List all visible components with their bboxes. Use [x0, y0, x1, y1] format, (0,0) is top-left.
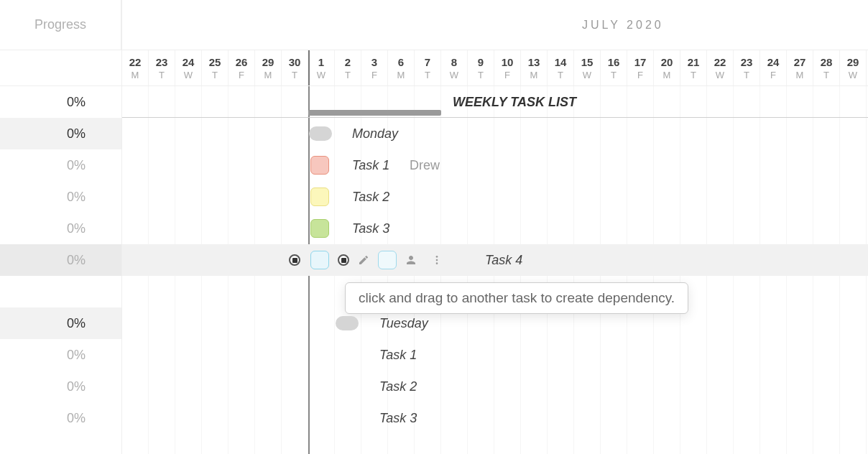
day-header[interactable]: 25T	[202, 50, 228, 85]
svg-point-1	[436, 259, 438, 261]
gantt-app: Progress 0% 0% 0% 0% 0% 0% 0% 0% 0% 0% J…	[0, 0, 868, 454]
project-title: WEEKLY TASK LIST	[453, 95, 576, 110]
day-header[interactable]: 28T	[813, 50, 840, 85]
edit-button[interactable]	[352, 249, 375, 272]
task-bar-monday[interactable]	[309, 126, 332, 141]
day-letter: W	[583, 70, 591, 80]
day-header[interactable]: 26F	[228, 50, 255, 85]
day-number: 8	[451, 56, 457, 68]
day-letter: F	[637, 70, 643, 80]
day-header[interactable]: 17F	[627, 50, 654, 85]
task-bar-t2task1[interactable]	[338, 346, 356, 364]
progress-cell: 0%	[0, 181, 121, 213]
day-number: 27	[794, 56, 806, 68]
day-header[interactable]: 10F	[494, 50, 521, 85]
day-header[interactable]: 29W	[840, 50, 867, 85]
day-number: 29	[847, 56, 859, 68]
day-header[interactable]: 22M	[122, 50, 149, 85]
day-header[interactable]: 13M	[521, 50, 548, 85]
day-number: 22	[714, 56, 726, 68]
month-header: JULY 2020	[122, 0, 868, 50]
day-letter: F	[239, 70, 244, 80]
day-letter: T	[611, 70, 617, 80]
day-header[interactable]: 2T	[335, 50, 361, 85]
row-monday: Monday	[122, 118, 868, 149]
progress-cell-spacer	[0, 276, 121, 307]
day-header[interactable]: 22W	[707, 50, 734, 85]
day-letter: T	[425, 70, 430, 80]
day-header[interactable]: 23T	[149, 50, 175, 85]
svg-point-2	[436, 262, 438, 264]
assignee-label: Drew	[410, 158, 440, 173]
day-header[interactable]: 9T	[468, 50, 494, 85]
progress-cell: 0%	[0, 307, 121, 339]
day-header[interactable]: 24W	[175, 50, 202, 85]
task-label: Task 2	[352, 190, 389, 205]
progress-cell: 0%	[0, 339, 121, 371]
day-letter: T	[212, 70, 218, 80]
progress-column: Progress 0% 0% 0% 0% 0% 0% 0% 0% 0% 0%	[0, 0, 122, 454]
day-number: 24	[183, 56, 195, 68]
day-header[interactable]: 1W	[308, 50, 335, 85]
day-number: 15	[581, 56, 594, 68]
task-label: Task 3	[379, 411, 417, 426]
task-bar-task4[interactable]	[310, 251, 329, 269]
day-number: 21	[688, 56, 700, 68]
day-number: 26	[236, 56, 248, 68]
task-bar-task2[interactable]	[310, 187, 329, 206]
day-header[interactable]: 20M	[654, 50, 680, 85]
day-header[interactable]: 29M	[255, 50, 282, 85]
progress-cell: 0%	[0, 244, 121, 276]
day-header[interactable]: 16T	[601, 50, 627, 85]
color-button[interactable]	[378, 251, 397, 269]
day-number: 17	[634, 56, 647, 68]
more-button[interactable]	[425, 249, 448, 272]
day-header[interactable]: 15W	[574, 50, 601, 85]
day-number: 25	[209, 56, 221, 68]
task-bar-t2task2[interactable]	[338, 377, 356, 396]
day-header[interactable]: 21T	[680, 50, 707, 85]
day-header[interactable]: 27M	[787, 50, 813, 85]
day-letter: M	[397, 70, 405, 80]
day-header[interactable]: 6M	[388, 50, 415, 85]
day-header[interactable]: 14T	[548, 50, 574, 85]
day-letter: T	[478, 70, 484, 80]
day-number: 9	[478, 56, 484, 68]
day-letter: M	[663, 70, 671, 80]
task-bar-t2task3[interactable]	[338, 409, 356, 427]
day-number: 20	[661, 56, 673, 68]
day-header[interactable]: 30T	[282, 50, 308, 85]
day-letter: T	[691, 70, 696, 80]
day-header[interactable]: 8W	[441, 50, 468, 85]
row-t2task1: Task 1	[122, 339, 868, 371]
group-label-monday: Monday	[352, 126, 398, 142]
progress-cell: 0%	[0, 371, 121, 402]
day-letter: T	[345, 70, 351, 80]
dependency-handle-left[interactable]	[289, 254, 300, 266]
summary-bar[interactable]	[308, 110, 441, 116]
task-bar-task1[interactable]	[310, 156, 329, 175]
gantt-grid[interactable]: WEEKLY TASK LIST Monday Task 1 Drew Task…	[122, 86, 868, 454]
day-letter: W	[317, 70, 326, 80]
task-bar-task3[interactable]	[310, 219, 329, 238]
day-letter: T	[292, 70, 297, 80]
day-number: 23	[741, 56, 753, 68]
day-header[interactable]: 24F	[760, 50, 787, 85]
day-header[interactable]: 7T	[415, 50, 441, 85]
dependency-handle-right[interactable]	[338, 254, 349, 266]
progress-cell: 0%	[0, 149, 121, 181]
task-label: Task 3	[352, 221, 389, 236]
progress-cell: 0%	[0, 118, 121, 149]
day-header[interactable]: 23T	[734, 50, 760, 85]
progress-subheader	[0, 50, 121, 86]
day-number: 3	[371, 56, 377, 68]
assign-button[interactable]	[400, 249, 423, 272]
day-header[interactable]: 3F	[361, 50, 388, 85]
task-bar-tuesday[interactable]	[336, 316, 359, 330]
row-task4-selected: Task 4 click and drag to another task to…	[122, 244, 868, 276]
day-number: 1	[318, 56, 324, 68]
day-number: 13	[528, 56, 540, 68]
day-number: 22	[129, 56, 142, 68]
month-start-marker	[308, 50, 310, 85]
day-number: 23	[156, 56, 168, 68]
